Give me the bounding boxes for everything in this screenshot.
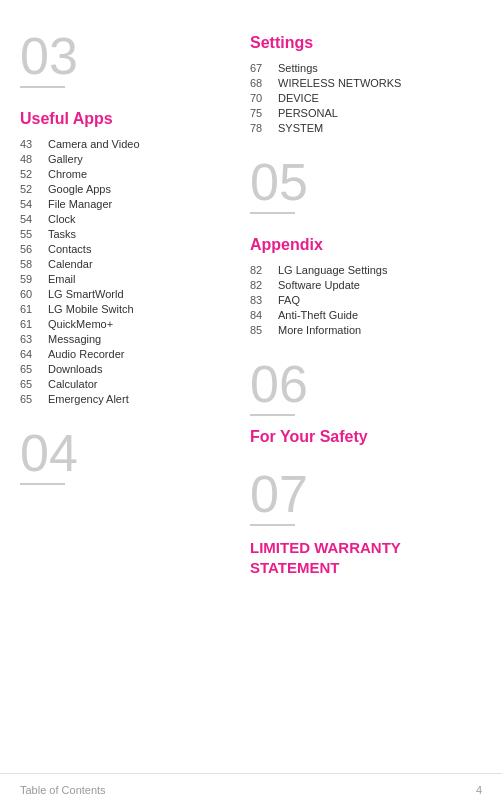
chapter03-block: 03 <box>20 30 230 88</box>
item-text: Settings <box>278 62 318 74</box>
item-text: FAQ <box>278 294 300 306</box>
item-text: LG SmartWorld <box>48 288 124 300</box>
item-text: Chrome <box>48 168 87 180</box>
list-item: 48Gallery <box>20 153 230 165</box>
list-item: 61LG Mobile Switch <box>20 303 230 315</box>
page: 03 Useful Apps 43Camera and Video48Galle… <box>0 0 502 805</box>
item-text: SYSTEM <box>278 122 323 134</box>
right-column: Settings 67Settings68WIRELESS NETWORKS70… <box>240 30 482 743</box>
page-num: 64 <box>20 348 48 360</box>
page-num: 85 <box>250 324 278 336</box>
list-item: 65Calculator <box>20 378 230 390</box>
list-item: 82Software Update <box>250 279 482 291</box>
page-num: 58 <box>20 258 48 270</box>
list-item: 55Tasks <box>20 228 230 240</box>
appendix-title: Appendix <box>250 236 482 254</box>
item-text: Calculator <box>48 378 98 390</box>
page-num: 52 <box>20 168 48 180</box>
page-num: 59 <box>20 273 48 285</box>
chapter04-block: 04 <box>20 427 230 485</box>
settings-section: Settings 67Settings68WIRELESS NETWORKS70… <box>250 34 482 134</box>
page-num: 48 <box>20 153 48 165</box>
footer: Table of Contents 4 <box>0 773 502 805</box>
item-text: Contacts <box>48 243 91 255</box>
list-item: 58Calendar <box>20 258 230 270</box>
list-item: 43Camera and Video <box>20 138 230 150</box>
item-text: More Information <box>278 324 361 336</box>
list-item: 68WIRELESS NETWORKS <box>250 77 482 89</box>
item-text: Software Update <box>278 279 360 291</box>
item-text: LG Language Settings <box>278 264 387 276</box>
item-text: Anti-Theft Guide <box>278 309 358 321</box>
chapter04-divider <box>20 483 65 485</box>
chapter03-divider <box>20 86 65 88</box>
chapter05-block: 05 <box>250 156 482 214</box>
settings-list: 67Settings68WIRELESS NETWORKS70DEVICE75P… <box>250 62 482 134</box>
list-item: 85More Information <box>250 324 482 336</box>
item-text: Clock <box>48 213 76 225</box>
chapter06-divider <box>250 414 295 416</box>
page-num: 65 <box>20 393 48 405</box>
list-item: 84Anti-Theft Guide <box>250 309 482 321</box>
appendix-section: Appendix 82LG Language Settings82Softwar… <box>250 236 482 336</box>
page-num: 82 <box>250 279 278 291</box>
item-text: Gallery <box>48 153 83 165</box>
footer-left: Table of Contents <box>20 784 106 796</box>
chapter07-block: 07 LIMITED WARRANTY STATEMENT <box>250 468 482 577</box>
item-text: Calendar <box>48 258 93 270</box>
page-num: 61 <box>20 318 48 330</box>
page-num: 67 <box>250 62 278 74</box>
page-num: 65 <box>20 378 48 390</box>
page-num: 75 <box>250 107 278 119</box>
item-text: Email <box>48 273 76 285</box>
list-item: 75PERSONAL <box>250 107 482 119</box>
chapter03-number: 03 <box>20 30 230 82</box>
chapter06-block: 06 For Your Safety <box>250 358 482 446</box>
page-num: 70 <box>250 92 278 104</box>
item-text: Tasks <box>48 228 76 240</box>
page-num: 54 <box>20 198 48 210</box>
list-item: 63Messaging <box>20 333 230 345</box>
list-item: 82LG Language Settings <box>250 264 482 276</box>
list-item: 61QuickMemo+ <box>20 318 230 330</box>
item-text: LG Mobile Switch <box>48 303 134 315</box>
chapter07-divider <box>250 524 295 526</box>
list-item: 70DEVICE <box>250 92 482 104</box>
list-item: 56Contacts <box>20 243 230 255</box>
appendix-list: 82LG Language Settings82Software Update8… <box>250 264 482 336</box>
chapter06-number: 06 <box>250 358 482 410</box>
page-num: 83 <box>250 294 278 306</box>
list-item: 52Chrome <box>20 168 230 180</box>
useful-apps-section: Useful Apps 43Camera and Video48Gallery5… <box>20 110 230 405</box>
for-your-safety-title: For Your Safety <box>250 428 482 446</box>
page-num: 61 <box>20 303 48 315</box>
settings-title: Settings <box>250 34 482 52</box>
page-num: 68 <box>250 77 278 89</box>
item-text: File Manager <box>48 198 112 210</box>
list-item: 64Audio Recorder <box>20 348 230 360</box>
chapter07-number: 07 <box>250 468 482 520</box>
item-text: WIRELESS NETWORKS <box>278 77 401 89</box>
page-num: 82 <box>250 264 278 276</box>
list-item: 54Clock <box>20 213 230 225</box>
limited-warranty-title: LIMITED WARRANTY STATEMENT <box>250 538 482 577</box>
chapter04-number: 04 <box>20 427 230 479</box>
list-item: 65Emergency Alert <box>20 393 230 405</box>
item-text: PERSONAL <box>278 107 338 119</box>
item-text: Downloads <box>48 363 102 375</box>
item-text: QuickMemo+ <box>48 318 113 330</box>
item-text: Camera and Video <box>48 138 140 150</box>
item-text: Audio Recorder <box>48 348 124 360</box>
list-item: 54File Manager <box>20 198 230 210</box>
page-num: 60 <box>20 288 48 300</box>
useful-apps-list: 43Camera and Video48Gallery52Chrome52Goo… <box>20 138 230 405</box>
page-num: 56 <box>20 243 48 255</box>
chapter05-divider <box>250 212 295 214</box>
page-num: 63 <box>20 333 48 345</box>
page-num: 65 <box>20 363 48 375</box>
list-item: 78SYSTEM <box>250 122 482 134</box>
page-num: 78 <box>250 122 278 134</box>
chapter05-number: 05 <box>250 156 482 208</box>
item-text: Google Apps <box>48 183 111 195</box>
footer-right: 4 <box>476 784 482 796</box>
